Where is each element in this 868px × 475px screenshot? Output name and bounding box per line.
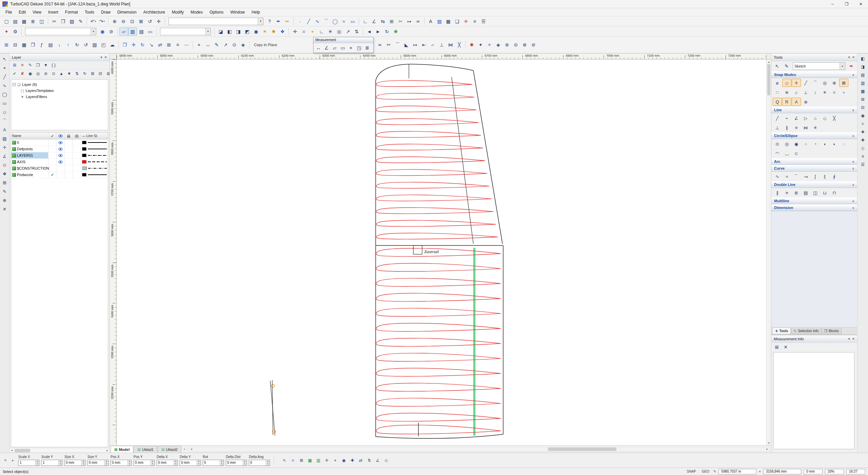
redraw-icon[interactable]: ❋ — [391, 27, 400, 36]
layer-style-cell[interactable] — [81, 152, 108, 158]
layer-row-0[interactable]: 0 — [11, 139, 108, 146]
lights-icon[interactable]: ✹ — [269, 27, 278, 36]
scroll-right-icon[interactable]: ▸ — [105, 449, 110, 452]
spin-down-icon[interactable]: ▼ — [59, 463, 62, 466]
sheet-tab-uk-ad2[interactable]: ▤Układ2 — [158, 446, 181, 453]
chevron-down-icon[interactable]: ▾ — [205, 28, 211, 35]
spin-down-icon[interactable]: ▼ — [220, 463, 223, 466]
line-offset-icon[interactable]: ≡ — [792, 124, 801, 132]
print-preview-icon[interactable]: ◫ — [37, 17, 46, 25]
zoom-previous-icon[interactable]: ↺ — [145, 17, 154, 25]
context-help-icon[interactable]: ? — [265, 17, 274, 25]
layer-lock-icon[interactable]: ⊘ — [107, 27, 116, 36]
redo-icon[interactable]: ↷▾ — [98, 17, 106, 25]
snap-tangent-icon[interactable]: ≋ — [782, 88, 791, 96]
shrink-mod-icon[interactable]: ⇤ — [419, 41, 428, 49]
curve-arc-icon[interactable]: ⌒ — [792, 172, 801, 180]
boolean-union-icon[interactable]: ⊚ — [502, 41, 511, 49]
spin-up-icon[interactable]: ▲ — [36, 460, 39, 463]
snap-intersection-icon[interactable]: ✛ — [792, 79, 801, 87]
layer-check-cell[interactable] — [48, 146, 56, 152]
arc-tool-icon[interactable]: ⌒ — [322, 17, 331, 25]
tab-scroll-icon[interactable]: ‹ — [182, 447, 188, 451]
meet-mod-icon[interactable]: ⌐ — [428, 41, 437, 49]
menu-help[interactable]: Help — [248, 9, 263, 16]
circle-tangent-icon[interactable]: ◌ — [839, 140, 848, 148]
snap-quadrant-icon[interactable]: ◎ — [820, 79, 829, 87]
unlock-all-icon[interactable]: ⊙ — [50, 70, 57, 77]
grid-toggle-icon[interactable]: ⌗ — [299, 27, 308, 36]
curve-sketch-icon[interactable]: ↝ — [801, 172, 810, 180]
distribute-entity-icon[interactable]: ⋯ — [182, 41, 191, 49]
view-iso-icon[interactable]: ◪ — [216, 27, 225, 36]
palette-dock-4-icon[interactable]: ▥ — [859, 79, 867, 87]
spin-down-icon[interactable]: ▼ — [82, 463, 85, 466]
snap-perpendicular-icon[interactable]: ⊥ — [801, 88, 810, 96]
new-layer-icon[interactable]: ⊞ — [11, 62, 18, 69]
palette-close-icon[interactable]: ✕ — [104, 55, 107, 59]
insert-block-icon[interactable]: ⊞ — [2, 41, 11, 49]
spin-down-icon[interactable]: ▼ — [243, 463, 246, 466]
zoom-in-icon[interactable]: ⊕ — [110, 17, 119, 25]
measure-perimeter-icon[interactable]: ▭ — [339, 44, 347, 52]
dline-open-icon[interactable]: ⊔ — [820, 189, 829, 197]
layer-lock-cell[interactable] — [64, 172, 73, 178]
layer-visibility-icon[interactable]: ◉ — [98, 27, 107, 36]
insert-revcloud-icon[interactable]: ☁ — [108, 41, 117, 49]
spin-up-icon[interactable]: ▲ — [266, 460, 270, 463]
snap-arc-center-icon[interactable]: ⌒ — [811, 79, 820, 87]
no-snap-icon[interactable]: ⌀ — [773, 79, 782, 87]
swap-updown-icon[interactable]: ⇅ — [365, 457, 373, 464]
column-print[interactable] — [73, 133, 81, 139]
snap-toggle-icon[interactable]: ⊛ — [801, 98, 810, 106]
edit-layer-icon[interactable]: ✎ — [26, 62, 34, 69]
select-arrow-icon[interactable]: ↖ — [1, 55, 9, 63]
extend-mod-icon[interactable]: ↦ — [411, 41, 419, 49]
layer-combo[interactable]: ▾ — [25, 28, 96, 35]
palette-dock-3-icon[interactable]: ▤ — [859, 71, 867, 79]
insert-table-icon[interactable]: ▤ — [46, 41, 55, 49]
chevron-up-icon[interactable]: ∧ — [852, 134, 854, 138]
copy-in-place-button[interactable]: Copy In Place — [251, 43, 280, 47]
annotate-icon[interactable]: ✎ — [212, 41, 221, 49]
spin-up-icon[interactable]: ▲ — [243, 460, 246, 463]
magnetic-point-q-icon[interactable]: Q — [773, 98, 782, 106]
move-down-icon[interactable]: ▼ — [65, 70, 73, 77]
curve-bezier-icon[interactable]: ≈ — [782, 172, 791, 180]
move-up-icon[interactable]: ▲ — [58, 70, 65, 77]
copy-icon[interactable]: ❐ — [59, 17, 67, 25]
snap-nearest-icon[interactable]: ╱ — [801, 79, 810, 87]
line-roof-icon[interactable]: ⌂ — [811, 114, 820, 122]
field-pos-y[interactable]: 0 mm▲▼ — [134, 460, 155, 466]
line-tool-icon[interactable]: ╱ — [304, 17, 313, 25]
ellipse-right-icon[interactable]: ◗ — [830, 140, 839, 148]
z-coordinate-box[interactable]: 0 mm — [804, 469, 823, 474]
spin-up-icon[interactable]: ▲ — [220, 460, 223, 463]
palette-close-icon[interactable]: ✕ — [852, 55, 855, 59]
add-point-icon[interactable]: ✚ — [348, 457, 356, 464]
menu-insert[interactable]: Insert — [45, 9, 62, 16]
slice-icon[interactable]: ⊘ — [529, 41, 538, 49]
lock-all-icon[interactable]: ⊘ — [42, 70, 50, 77]
polyline-tool-icon[interactable]: ∿ — [313, 17, 322, 25]
snap-target-icon[interactable]: ⌖ — [1, 64, 9, 72]
layer-visible-cell[interactable] — [56, 146, 64, 152]
insert-wipeout-icon[interactable]: ◰ — [99, 41, 108, 49]
layer-visible-cell[interactable] — [57, 165, 65, 171]
layer-style-cell[interactable] — [81, 146, 108, 152]
view-front-icon[interactable]: ◨ — [234, 27, 243, 36]
marker-icon[interactable]: ⊙ — [1, 161, 9, 169]
restore-button[interactable]: ❐ — [840, 0, 854, 8]
chevron-up-icon[interactable]: ∧ — [852, 73, 854, 77]
layer-style-cell[interactable] — [81, 172, 108, 178]
palette-close-icon[interactable]: ✕ — [852, 337, 855, 341]
polygon-icon[interactable]: ◇ — [1, 108, 9, 116]
section-snap-modes[interactable]: Snap Modes∧ — [771, 71, 857, 78]
insert-image-icon[interactable]: ▦ — [20, 41, 28, 49]
vertical-scrollbar[interactable]: ▴ ▾ — [766, 59, 771, 445]
sort-icon[interactable]: ⇅ — [73, 70, 81, 77]
palette-horizontal-scrollbar[interactable]: ◂ ▸ — [9, 448, 110, 453]
snap-divide-icon[interactable]: ∷ — [773, 88, 782, 96]
menu-view[interactable]: View — [29, 9, 45, 16]
ortho-toggle-icon[interactable]: ∟ — [317, 27, 326, 36]
